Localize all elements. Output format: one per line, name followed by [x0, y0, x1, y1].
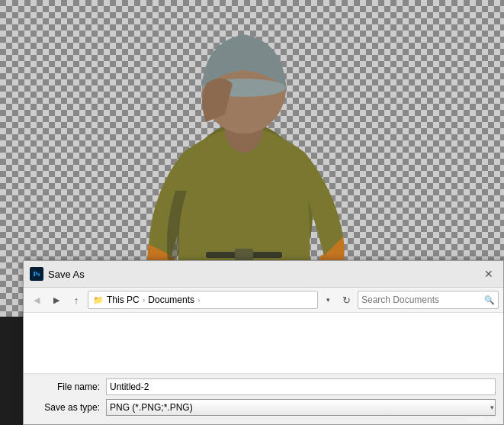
search-icon: 🔍 — [484, 295, 495, 305]
photoshop-icon: Ps — [30, 267, 43, 281]
form-area: File name: Save as type: PNG (*.PNG;*.PN… — [24, 374, 503, 424]
dialog-title: Save As — [48, 269, 85, 280]
file-list[interactable] — [24, 313, 503, 374]
folder-icon: 📁 — [93, 295, 104, 305]
svg-rect-5 — [235, 249, 253, 261]
search-input[interactable] — [361, 295, 484, 305]
filename-input[interactable] — [106, 378, 496, 395]
breadcrumb-sep-2: › — [197, 295, 201, 304]
breadcrumb-thispc[interactable]: This PC — [107, 295, 140, 305]
breadcrumb-dropdown-button[interactable]: ▾ — [321, 291, 335, 309]
save-as-dialog: Ps Save As ✕ ◀ ▶ ↑ 📁 This PC › Documents… — [23, 260, 504, 425]
savetype-label: Save as type: — [31, 402, 100, 413]
savetype-select[interactable]: PNG (*.PNG;*.PNG) JPEG (*.JPG;*.JPEG;*.J… — [106, 399, 496, 416]
savetype-wrapper: PNG (*.PNG;*.PNG) JPEG (*.JPG;*.JPEG;*.J… — [106, 399, 496, 416]
forward-button[interactable]: ▶ — [48, 291, 65, 308]
refresh-button[interactable]: ↻ — [338, 291, 355, 308]
up-button[interactable]: ↑ — [68, 291, 85, 308]
breadcrumb-documents[interactable]: Documents — [148, 295, 194, 305]
filename-label: File name: — [31, 382, 100, 392]
back-button[interactable]: ◀ — [28, 291, 45, 308]
watermark: wsxdn.com — [467, 416, 501, 423]
close-button[interactable]: ✕ — [480, 266, 497, 282]
filename-row: File name: — [31, 378, 496, 395]
breadcrumb-bar: 📁 This PC › Documents › — [88, 291, 318, 309]
savetype-row: Save as type: PNG (*.PNG;*.PNG) JPEG (*.… — [31, 399, 496, 416]
dialog-title-left: Ps Save As — [30, 267, 85, 281]
search-bar: 🔍 — [358, 291, 499, 309]
nav-bar: ◀ ▶ ↑ 📁 This PC › Documents › ▾ ↻ 🔍 — [24, 288, 503, 313]
breadcrumb-sep-1: › — [143, 295, 146, 304]
dialog-titlebar: Ps Save As ✕ — [24, 261, 503, 288]
